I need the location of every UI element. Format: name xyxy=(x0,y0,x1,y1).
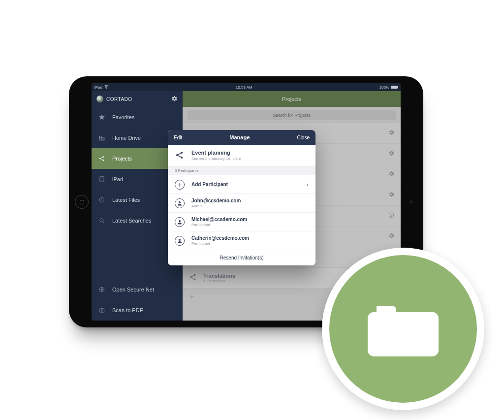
project-settings-button[interactable] xyxy=(388,232,395,241)
participant-role: Participant xyxy=(191,241,309,246)
sidebar-item-label: Scan to PDF xyxy=(112,307,143,313)
camera-dot xyxy=(410,200,412,203)
sidebar-item-label: Open Secure Net xyxy=(112,287,154,292)
battery-percent-label: 100% xyxy=(379,85,389,90)
share-icon xyxy=(175,150,185,161)
resend-invitations-button[interactable]: Resend Invitation(s) xyxy=(168,250,315,265)
person-icon xyxy=(175,217,185,227)
sidebar-item-label: Latest Searches xyxy=(112,218,152,224)
svg-point-9 xyxy=(101,310,103,312)
clock-icon xyxy=(98,196,105,203)
plus-icon: + xyxy=(175,180,185,190)
promo-badge xyxy=(322,248,484,410)
star-icon xyxy=(98,114,105,121)
share-icon xyxy=(98,155,105,162)
camera-icon xyxy=(98,307,105,314)
tablet-icon xyxy=(98,176,105,183)
participant-role: Participant xyxy=(191,223,309,227)
project-settings-button[interactable] xyxy=(388,170,395,179)
modal-project-subtitle: Started on January 16, 2018 xyxy=(191,157,241,161)
sidebar-item-label: iPad xyxy=(112,176,123,182)
svg-rect-20 xyxy=(368,312,439,356)
project-sub-label: 1 Participant xyxy=(203,279,235,283)
home-button[interactable] xyxy=(75,195,89,209)
brand: CORTADO xyxy=(96,96,132,102)
svg-rect-8 xyxy=(99,309,104,312)
modal-title-label: Manage xyxy=(229,134,250,140)
participant-email: Catherin@ccsdemo.com xyxy=(191,235,309,241)
brand-name-label: CORTADO xyxy=(106,97,132,102)
person-icon xyxy=(175,236,185,246)
sidebar-item-label: Favorites xyxy=(112,114,134,120)
search-icon xyxy=(98,217,105,224)
participant-row[interactable]: John@ccsdemo.com Admin xyxy=(168,194,315,213)
brand-logo-icon xyxy=(96,96,103,102)
building-icon xyxy=(98,134,105,141)
participant-role: Admin xyxy=(191,204,309,208)
participant-email: John@ccsdemo.com xyxy=(191,198,309,203)
modal-project-header: Event planning Started on January 16, 20… xyxy=(168,145,315,166)
sidebar-item-open-secure-net[interactable]: Open Secure Net xyxy=(92,279,183,300)
person-icon xyxy=(175,198,185,208)
sidebar-item-scan-to-pdf[interactable]: Scan to PDF xyxy=(92,300,183,321)
modal-project-title: Event planning xyxy=(191,150,241,156)
sidebar-item-label: Projects xyxy=(112,156,132,162)
project-settings-button[interactable] xyxy=(388,150,395,159)
svg-point-18 xyxy=(179,220,181,222)
svg-point-6 xyxy=(100,219,103,222)
wifi-icon xyxy=(104,84,109,90)
project-settings-button[interactable] xyxy=(388,191,395,200)
device-name-label: iPad xyxy=(94,85,102,90)
manage-modal: Edit Manage Close Event planning Started… xyxy=(168,130,315,265)
settings-button[interactable] xyxy=(171,96,178,103)
svg-point-17 xyxy=(179,201,181,203)
globe-icon xyxy=(98,286,105,293)
participant-email: Michael@ccsdemo.com xyxy=(191,217,309,222)
project-settings-button[interactable] xyxy=(388,129,395,138)
status-bar: iPad 10:58 AM 100% xyxy=(92,83,401,91)
sidebar-item-label: Home Drive xyxy=(112,135,141,141)
close-button[interactable]: Close xyxy=(297,135,310,140)
svg-point-4 xyxy=(102,181,102,181)
chevron-right-icon: › xyxy=(307,181,309,188)
participants-count-label: 5 Participants xyxy=(168,166,315,175)
folder-icon xyxy=(359,292,447,366)
battery-icon xyxy=(391,86,398,89)
add-participant-label: Add Participant xyxy=(191,182,300,187)
edit-button[interactable]: Edit xyxy=(174,135,182,140)
add-participant-button[interactable]: + Add Participant › xyxy=(168,175,315,194)
clock-label: 10:58 AM xyxy=(236,85,252,90)
project-info-button[interactable] xyxy=(388,212,395,221)
search-projects-input[interactable] xyxy=(188,110,396,120)
participant-row[interactable]: Michael@ccsdemo.com Participant xyxy=(168,213,315,231)
share-icon xyxy=(189,273,197,284)
main-header-title: Projects xyxy=(183,91,401,107)
participant-row[interactable]: Catherin@ccsdemo.com Participant xyxy=(168,231,315,250)
project-title-label: Translations xyxy=(203,273,235,279)
sidebar-item-label: Latest Files xyxy=(112,197,140,203)
sidebar-item-favorites[interactable]: Favorites xyxy=(92,107,183,128)
svg-point-19 xyxy=(179,239,181,241)
